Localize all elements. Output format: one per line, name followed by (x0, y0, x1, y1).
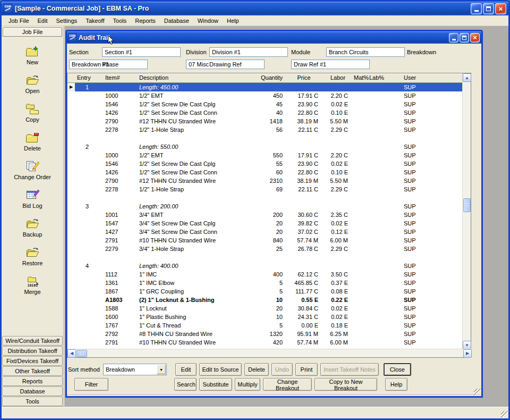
table-row[interactable]: 15461/2" Set Screw Die Cast Cplg4523.90 … (67, 100, 463, 108)
button-print[interactable]: Print (295, 363, 318, 376)
sidebar-action-backup[interactable]: Backup (2, 218, 63, 238)
table-row[interactable]: 15881" Locknut2030.84 C0.02 ESUP (67, 304, 463, 313)
table-row[interactable]: 2792#8 THHN CU Stranded Wire132095.91 M6… (67, 330, 463, 338)
sidebar-tab-distribution-takeoff[interactable]: Distribution Takeoff (2, 346, 63, 356)
scroll-right-button[interactable]: ▶ (463, 349, 472, 358)
column-header-price[interactable]: Price (286, 73, 322, 82)
table-row-group[interactable]: 3Length: 200.00SUP (67, 202, 463, 211)
sidebar-tab-reports[interactable]: Reports (2, 376, 63, 386)
button-change-breakout[interactable]: Change Breakout (263, 378, 312, 391)
close-button[interactable]: × (495, 3, 506, 14)
scroll-down-button[interactable]: ▼ (463, 341, 471, 349)
button-copy-to-new-breakout[interactable]: Copy to New Breakout (314, 378, 377, 391)
sort-method-select[interactable]: Breakdown ▼ (103, 364, 167, 375)
menu-item-edit[interactable]: Edit (34, 16, 52, 25)
menu-item-reports[interactable]: Reports (131, 16, 159, 25)
sidebar-action-open[interactable]: Open (2, 74, 63, 94)
button-substitute[interactable]: Substitute (199, 378, 232, 391)
menu-item-help[interactable]: Help (223, 16, 243, 25)
button-edit-to-source[interactable]: Edit to Source (199, 363, 242, 376)
table-row-group[interactable]: 2Length: 550.00SUP (67, 142, 463, 151)
menu-item-window[interactable]: Window (194, 16, 222, 25)
button-search[interactable]: Search (174, 378, 197, 391)
table-row[interactable]: 22793/4" 1-Hole Strap2526.78 C2.29 CSUP (67, 245, 463, 253)
vertical-scroll-thumb[interactable] (463, 198, 471, 212)
column-header-user[interactable]: User (385, 73, 463, 82)
button-multiply[interactable]: Multiply (235, 378, 260, 391)
maximize-button[interactable] (483, 3, 494, 14)
column-header-entry[interactable]: Entry (75, 73, 103, 82)
button-help[interactable]: Help (385, 378, 407, 391)
table-row[interactable]: 10001/2" EMT55017.91 C2.20 CSUP (67, 151, 463, 159)
sidebar-tab-other-takeoff[interactable]: Other Takeoff (2, 366, 63, 376)
dialog-maximize-button[interactable] (460, 33, 469, 43)
table-row[interactable]: A1803(2) 1" Locknut & 1-Bushing100.55 E0… (67, 296, 463, 304)
column-header-selector[interactable] (67, 73, 75, 82)
dialog-close-button[interactable]: × (470, 33, 480, 43)
table-row[interactable]: 14261/2" Set Screw Die Cast Conn4022.80 … (67, 108, 463, 117)
menu-item-tools[interactable]: Tools (109, 16, 131, 25)
table-row[interactable]: 13611" IMC Elbow5465.85 C0.37 ESUP (67, 279, 463, 287)
column-header-description[interactable]: Description (135, 73, 257, 82)
dropdown-arrow-icon[interactable]: ▼ (157, 365, 166, 374)
horizontal-scrollbar[interactable]: ◀ ▶ (67, 349, 472, 357)
column-header-quantity[interactable]: Quantity (257, 73, 286, 82)
table-row[interactable]: 14273/4" Set Screw Die Cast Conn2037.02 … (67, 228, 463, 236)
field-value-section[interactable]: Section #1 (102, 47, 181, 57)
table-row[interactable]: 2791#10 THHN CU Stranded Wire84057.74 M6… (67, 236, 463, 245)
menu-item-settings[interactable]: Settings (53, 16, 81, 25)
vertical-scrollbar[interactable]: ▲ ▼ (462, 73, 471, 349)
column-header-mat[interactable]: Mat% (354, 73, 369, 82)
horizontal-scroll-thumb[interactable] (76, 350, 87, 357)
table-row[interactable]: 22781/2" 1-Hole Strap6922.11 C2.29 CSUP (67, 185, 463, 194)
field-value-division[interactable]: Division #1 (209, 47, 288, 57)
sidebar-action-restore[interactable]: Restore (2, 247, 63, 266)
field-label-breakdown: Breakdown (407, 49, 481, 55)
column-header-labor[interactable]: Labor (322, 73, 354, 82)
menu-item-takeoff[interactable]: Takeoff (82, 16, 108, 25)
column-header-item[interactable]: Item# (103, 73, 135, 82)
table-row[interactable]: 2790#12 THHN CU Stranded Wire231038.19 M… (67, 177, 463, 185)
sidebar-tab-database[interactable]: Database (2, 387, 63, 396)
table-row[interactable]: 22781/2" 1-Hole Strap5622.11 C2.29 CSUP (67, 125, 463, 134)
table-row[interactable]: 15461/2" Set Screw Die Cast Cplg5523.90 … (67, 159, 463, 168)
filter-button[interactable]: Filter (74, 378, 108, 391)
table-row[interactable]: 2790#12 THHN CU Stranded Wire141838.19 M… (67, 117, 463, 125)
button-close[interactable]: Close (384, 363, 411, 376)
table-row[interactable]: 16001" Plastic Bushing1024.31 C0.02 ESUP (67, 313, 463, 321)
sidebar-action-change-order[interactable]: Change Order (2, 161, 63, 180)
table-row[interactable]: 10001/2" EMT45017.91 C2.20 CSUP (67, 91, 463, 100)
menu-item-database[interactable]: Database (160, 16, 193, 25)
resize-grip[interactable] (501, 411, 508, 418)
scroll-up-button[interactable]: ▲ (463, 73, 471, 82)
table-row[interactable]: 18671" GRC Coupling5111.77 C0.08 ESUP (67, 287, 463, 296)
menu-item-job-file[interactable]: Job File (5, 16, 33, 25)
table-row-group[interactable]: ▶1Length: 450.00SUP (67, 83, 463, 91)
table-row[interactable]: 10013/4" EMT20030.60 C2.35 CSUP (67, 211, 463, 219)
minimize-button[interactable] (471, 3, 482, 14)
button-delete[interactable]: Delete (244, 363, 269, 376)
resize-grip[interactable] (474, 389, 481, 396)
field-value-drawing-ref[interactable]: Draw Ref #1 (291, 60, 370, 69)
table-row[interactable]: 17671" Cut & Thread50.00 E0.18 ESUP (67, 321, 463, 330)
sidebar-tab-wire-conduit-takeoff[interactable]: Wire/Conduit Takeoff (2, 336, 63, 346)
sidebar-tab-tools[interactable]: Tools (2, 397, 63, 406)
sidebar-tab-job-file[interactable]: Job File (3, 27, 62, 37)
sidebar-action-bid-log[interactable]: Bid Log (2, 189, 63, 209)
field-value-module[interactable]: Branch Circuits (326, 47, 405, 57)
sidebar-action-delete[interactable]: Delete (2, 132, 63, 152)
sidebar-tab-fixt-devices-takeoff[interactable]: Fixt/Devices Takeoff (2, 356, 63, 366)
table-row-group[interactable]: 4Length: 400.00SUP (67, 262, 463, 270)
table-row[interactable]: 2791#10 THHN CU Stranded Wire42057.74 M6… (67, 338, 463, 347)
sidebar-action-copy[interactable]: Copy (2, 103, 63, 123)
table-row[interactable]: 15473/4" Set Screw Die Cast Cplg2039.82 … (67, 219, 463, 228)
column-header-lab[interactable]: Lab% (369, 73, 385, 82)
button-edit[interactable]: Edit (175, 363, 197, 376)
sidebar-action-merge[interactable]: 10101Merge (2, 275, 63, 295)
dialog-minimize-button[interactable] (449, 33, 458, 43)
scroll-left-button[interactable]: ◀ (67, 349, 76, 358)
table-row[interactable]: 14261/2" Set Screw Die Cast Conn6022.80 … (67, 168, 463, 177)
table-row[interactable]: 11121" IMC40062.12 C3.50 CSUP (67, 270, 463, 279)
cell-labor: 6.00 M (322, 236, 354, 245)
sidebar-action-new[interactable]: New (2, 46, 63, 65)
